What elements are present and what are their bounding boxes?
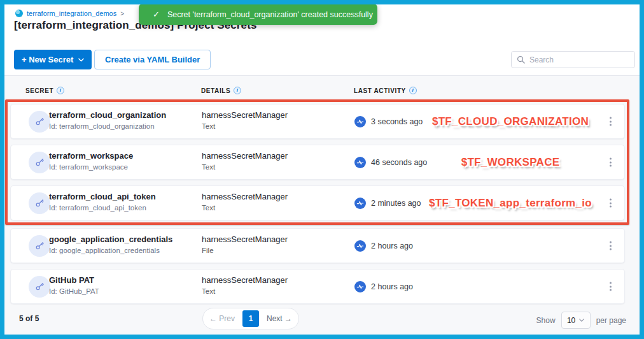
secret-manager: harnessSecretManager xyxy=(202,275,288,285)
secret-key-icon xyxy=(29,235,50,257)
secret-id: Id: google_application_credentials xyxy=(49,247,172,254)
column-header-details-label: DETAILS xyxy=(201,87,230,94)
column-header-last-activity: LAST ACTIVITY xyxy=(354,87,417,94)
secret-name: GitHub PAT xyxy=(49,275,99,285)
secret-manager: harnessSecretManager xyxy=(202,234,288,244)
row-menu-button[interactable] xyxy=(605,277,617,296)
page-size-value: 10 xyxy=(567,316,575,325)
table-row[interactable]: terraform_cloud_organization Id: terrafo… xyxy=(10,104,625,139)
secret-type: Text xyxy=(202,204,288,212)
secret-key-icon xyxy=(29,111,50,133)
secret-type: Text xyxy=(202,122,288,130)
secret-id: Id: terraform_cloud_api_token xyxy=(49,204,156,212)
breadcrumb-project-link[interactable]: terraform_integration_demos xyxy=(27,10,116,17)
column-header-secret-label: SECRET xyxy=(25,87,53,94)
table-header: SECRET DETAILS LAST ACTIVITY xyxy=(10,87,634,99)
table-row[interactable]: google_application_credentials Id: googl… xyxy=(10,228,625,263)
secret-manager: harnessSecretManager xyxy=(202,151,288,161)
column-header-secret: SECRET xyxy=(25,87,64,94)
secret-cell: terraform_cloud_api_token Id: terraform_… xyxy=(49,192,156,212)
info-icon[interactable] xyxy=(409,87,417,94)
table-row[interactable]: terraform_cloud_api_token Id: terraform_… xyxy=(10,185,625,220)
secret-id: Id: terraform_workspace xyxy=(49,163,133,171)
activity-icon xyxy=(354,157,366,168)
page-size-control: Show 10 per page xyxy=(536,312,626,329)
annotation-env-var: $TF_CLOUD_ORGANIZATION xyxy=(405,115,615,128)
row-menu-button[interactable] xyxy=(605,112,617,131)
activity-icon xyxy=(354,281,366,292)
secret-manager: harnessSecretManager xyxy=(202,192,288,201)
row-menu-button[interactable] xyxy=(605,236,617,256)
secret-id: Id: terraform_cloud_organization xyxy=(49,122,166,130)
secret-manager: harnessSecretManager xyxy=(202,110,288,120)
secret-cell: terraform_cloud_organization Id: terrafo… xyxy=(49,110,166,130)
activity-cell: 2 hours ago xyxy=(354,281,413,292)
details-cell: harnessSecretManager Text xyxy=(202,192,288,212)
details-cell: harnessSecretManager Text xyxy=(202,110,288,130)
show-label: Show xyxy=(536,316,556,325)
success-toast: ✓ Secret 'terraform_cloud_organization' … xyxy=(139,4,377,25)
last-activity: 2 hours ago xyxy=(371,242,413,250)
project-icon xyxy=(15,10,23,17)
column-header-details: DETAILS xyxy=(201,87,241,94)
pagination: ← Prev 1 Next → xyxy=(202,308,299,329)
check-icon: ✓ xyxy=(153,10,160,19)
toast-message: Secret 'terraform_cloud_organization' cr… xyxy=(167,10,373,19)
last-activity: 2 hours ago xyxy=(371,282,413,291)
breadcrumb[interactable]: terraform_integration_demos > xyxy=(15,10,124,17)
secret-key-icon xyxy=(29,152,50,173)
search-input[interactable] xyxy=(529,55,629,64)
prev-page-button[interactable]: ← Prev xyxy=(209,314,235,323)
secret-cell: google_application_credentials Id: googl… xyxy=(49,234,172,254)
secret-key-icon xyxy=(29,276,50,298)
new-secret-button[interactable]: + New Secret xyxy=(14,50,92,69)
activity-cell: 2 hours ago xyxy=(354,240,413,252)
secret-id: Id: GitHub_PAT xyxy=(49,287,99,295)
search-box[interactable] xyxy=(511,51,635,68)
info-icon[interactable] xyxy=(234,87,241,94)
secret-cell: terraform_workspace Id: terraform_worksp… xyxy=(49,151,133,171)
details-cell: harnessSecretManager Text xyxy=(202,151,288,171)
details-cell: harnessSecretManager Text xyxy=(202,275,288,295)
chevron-down-icon xyxy=(579,319,584,322)
row-menu-button[interactable] xyxy=(605,193,617,213)
secret-type: Text xyxy=(202,287,288,295)
activity-icon xyxy=(354,198,366,209)
secret-type: Text xyxy=(202,163,288,171)
secret-type: File xyxy=(202,247,288,254)
row-menu-button[interactable] xyxy=(605,152,617,172)
current-page-button[interactable]: 1 xyxy=(242,310,259,327)
secret-cell: GitHub PAT Id: GitHub_PAT xyxy=(49,275,99,295)
new-secret-label: + New Secret xyxy=(22,55,73,64)
app-window: terraform_integration_demos > [terraform… xyxy=(0,0,644,339)
activity-icon xyxy=(354,240,366,252)
chevron-down-icon xyxy=(78,58,84,62)
breadcrumb-separator: > xyxy=(120,10,124,17)
secret-name: terraform_cloud_api_token xyxy=(49,192,156,201)
info-icon[interactable] xyxy=(57,87,64,94)
search-icon xyxy=(517,55,525,64)
per-page-label: per page xyxy=(596,316,626,325)
table-row[interactable]: GitHub PAT Id: GitHub_PAT harnessSecretM… xyxy=(10,269,625,304)
row-count: 5 of 5 xyxy=(19,314,39,323)
table-row[interactable]: terraform_workspace Id: terraform_worksp… xyxy=(10,145,625,180)
activity-icon xyxy=(354,116,366,127)
next-page-button[interactable]: Next → xyxy=(267,314,292,323)
create-yaml-builder-button[interactable]: Create via YAML Builder xyxy=(94,50,211,69)
secret-name: google_application_credentials xyxy=(49,234,172,244)
annotation-env-var: $TF_WORKSPACE xyxy=(405,156,615,169)
details-cell: harnessSecretManager File xyxy=(202,234,288,254)
secret-name: terraform_workspace xyxy=(49,151,133,161)
page-size-select[interactable]: 10 xyxy=(561,312,591,329)
toolbar-divider xyxy=(4,75,640,76)
annotation-env-var: $TF_TOKEN_app_terraform_io xyxy=(405,197,615,210)
secret-name: terraform_cloud_organization xyxy=(49,110,166,120)
secret-key-icon xyxy=(29,192,50,214)
column-header-last-activity-label: LAST ACTIVITY xyxy=(354,87,406,94)
